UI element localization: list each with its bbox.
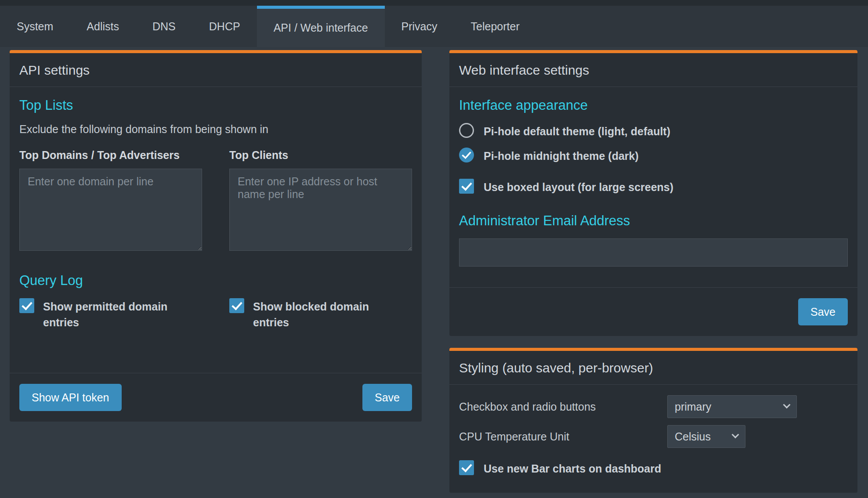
- styling-body: Checkbox and radio buttons primary CPU T…: [449, 385, 857, 493]
- panel-title: API settings: [19, 63, 90, 77]
- api-settings-panel: API settings Top Lists Exclude the follo…: [10, 50, 422, 422]
- query-log-option-blocked: Show blocked domain entries: [229, 298, 412, 330]
- bar-charts-label: Use new Bar charts on dashboard: [484, 460, 661, 477]
- tab-api-web-interface[interactable]: API / Web interface: [257, 6, 385, 47]
- web-interface-body: Interface appearance Pi-hole default the…: [449, 87, 857, 287]
- checkbox-style-selected-value: primary: [675, 401, 778, 413]
- tab-system[interactable]: System: [0, 6, 70, 47]
- top-lists-description: Exclude the following domains from being…: [19, 123, 412, 136]
- admin-email-input[interactable]: [459, 238, 848, 267]
- boxed-layout-checkbox[interactable]: [459, 179, 474, 194]
- show-blocked-checkbox[interactable]: [229, 298, 244, 313]
- tab-dns[interactable]: DNS: [136, 6, 192, 47]
- theme-option-default: Pi-hole default theme (light, default): [459, 123, 848, 140]
- query-log-option-permitted: Show permitted domain entries: [19, 298, 202, 330]
- web-save-button[interactable]: Save: [798, 298, 848, 325]
- query-log-heading: Query Log: [19, 273, 412, 289]
- top-lists-columns: Top Domains / Top Advertisers Top Client…: [19, 149, 412, 253]
- boxed-layout-option: Use boxed layout (for large screens): [459, 179, 848, 195]
- cpu-temp-unit-selected-value: Celsius: [675, 430, 727, 443]
- bar-charts-checkbox[interactable]: [459, 460, 474, 475]
- panel-title: Web interface settings: [459, 63, 589, 77]
- cpu-temp-unit-row: CPU Temperature Unit Celsius: [459, 425, 848, 448]
- tab-adlists[interactable]: Adlists: [70, 6, 136, 47]
- panel-title: Styling (auto saved, per-browser): [459, 361, 653, 375]
- top-clients-label: Top Clients: [229, 149, 412, 162]
- checkbox-style-label: Checkbox and radio buttons: [459, 401, 667, 413]
- web-interface-header: Web interface settings: [449, 53, 857, 87]
- top-lists-heading: Top Lists: [19, 97, 412, 113]
- styling-panel: Styling (auto saved, per-browser) Checkb…: [449, 348, 857, 493]
- cpu-temp-unit-label: CPU Temperature Unit: [459, 430, 667, 443]
- web-interface-footer: Save: [449, 287, 857, 336]
- api-settings-header: API settings: [10, 53, 422, 87]
- api-save-button[interactable]: Save: [362, 384, 412, 411]
- cpu-temp-unit-select[interactable]: Celsius: [667, 425, 745, 448]
- top-strip: [0, 0, 868, 6]
- tab-teleporter[interactable]: Teleporter: [454, 6, 536, 47]
- web-interface-settings-panel: Web interface settings Interface appeara…: [449, 50, 857, 336]
- show-blocked-label: Show blocked domain entries: [253, 298, 389, 330]
- show-api-token-button[interactable]: Show API token: [19, 384, 122, 411]
- checkbox-style-select[interactable]: primary: [667, 395, 797, 418]
- boxed-layout-label: Use boxed layout (for large screens): [484, 179, 673, 195]
- tab-privacy[interactable]: Privacy: [385, 6, 454, 47]
- top-domains-column: Top Domains / Top Advertisers: [19, 149, 202, 253]
- show-permitted-label: Show permitted domain entries: [43, 298, 179, 330]
- tab-dhcp[interactable]: DHCP: [192, 6, 257, 47]
- bar-charts-option: Use new Bar charts on dashboard: [459, 460, 848, 477]
- midnight-theme-label: Pi-hole midnight theme (dark): [484, 148, 639, 164]
- top-clients-textarea[interactable]: [229, 169, 412, 251]
- default-theme-radio[interactable]: [459, 123, 474, 138]
- default-theme-label: Pi-hole default theme (light, default): [484, 123, 670, 140]
- api-settings-footer: Show API token Save: [10, 373, 422, 422]
- show-permitted-checkbox[interactable]: [19, 298, 34, 313]
- query-log-options: Show permitted domain entries Show block…: [19, 298, 412, 330]
- admin-email-heading: Administrator Email Address: [459, 213, 848, 229]
- midnight-theme-radio[interactable]: [459, 148, 474, 162]
- tab-list: System Adlists DNS DHCP API / Web interf…: [0, 6, 868, 47]
- api-settings-body: Top Lists Exclude the following domains …: [10, 87, 422, 373]
- chevron-down-icon: [783, 401, 791, 408]
- interface-appearance-heading: Interface appearance: [459, 97, 848, 113]
- top-clients-column: Top Clients: [229, 149, 412, 253]
- chevron-down-icon: [732, 431, 739, 438]
- top-domains-textarea[interactable]: [19, 169, 202, 251]
- styling-header: Styling (auto saved, per-browser): [449, 351, 857, 385]
- theme-option-midnight: Pi-hole midnight theme (dark): [459, 148, 848, 164]
- top-domains-label: Top Domains / Top Advertisers: [19, 149, 202, 162]
- checkbox-style-row: Checkbox and radio buttons primary: [459, 395, 848, 418]
- settings-tab-bar: System Adlists DNS DHCP API / Web interf…: [0, 6, 868, 47]
